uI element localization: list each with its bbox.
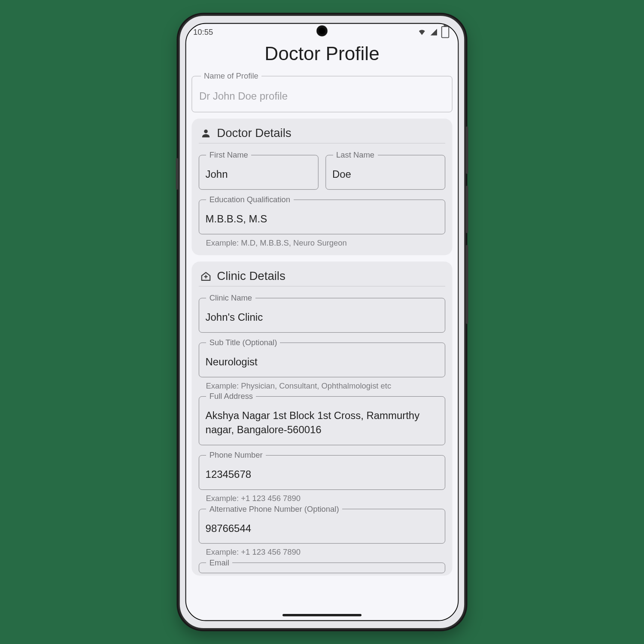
sub-title-field[interactable]: Sub Title (Optional) Neurologist	[199, 338, 445, 377]
sub-title-hint: Example: Physician, Consultant, Ophthalm…	[206, 381, 444, 390]
volume-up-button	[466, 127, 468, 174]
doctor-details-card: Doctor Details First Name John Last Name…	[191, 118, 452, 255]
clinic-icon	[200, 271, 212, 282]
front-camera	[317, 26, 327, 36]
cellular-icon	[429, 28, 438, 36]
status-time: 10:55	[193, 27, 213, 36]
phone-frame: 10:55 Doctor Profile Name of Profile Dr …	[178, 14, 466, 629]
clinic-name-label: Clinic Name	[206, 294, 255, 303]
email-label: Email	[206, 558, 232, 567]
qualification-hint: Example: M.D, M.B.B.S, Neuro Surgeon	[206, 238, 444, 247]
clinic-details-title: Clinic Details	[217, 270, 286, 283]
sub-title-value: Neurologist	[206, 355, 439, 369]
address-label: Full Address	[206, 392, 256, 401]
gesture-bar[interactable]	[283, 614, 361, 617]
clinic-details-card: Clinic Details Clinic Name John's Clinic…	[191, 261, 452, 575]
address-value: Akshya Nagar 1st Block 1st Cross, Rammur…	[206, 409, 439, 437]
wifi-icon	[418, 28, 426, 36]
phone-hint: Example: +1 123 456 7890	[206, 494, 444, 503]
page-title: Doctor Profile	[186, 40, 458, 72]
clinic-name-field[interactable]: Clinic Name John's Clinic	[199, 294, 445, 333]
side-key	[176, 158, 179, 190]
power-button	[466, 245, 468, 324]
profile-name-field[interactable]: Name of Profile Dr John Doe profile	[191, 72, 452, 112]
divider	[199, 143, 445, 143]
alt-phone-label: Alternative Phone Number (Optional)	[206, 504, 342, 513]
address-field[interactable]: Full Address Akshya Nagar 1st Block 1st …	[199, 392, 445, 445]
qualification-value: M.B.B.S, M.S	[206, 212, 439, 226]
alt-phone-field[interactable]: Alternative Phone Number (Optional) 9876…	[199, 504, 445, 544]
phone-value: 12345678	[206, 468, 439, 481]
person-icon	[200, 128, 212, 139]
last-name-field[interactable]: Last Name Doe	[325, 151, 445, 190]
first-name-field[interactable]: First Name John	[199, 151, 319, 190]
first-name-value: John	[206, 167, 312, 181]
last-name-label: Last Name	[333, 151, 378, 160]
email-field[interactable]: Email	[199, 558, 445, 573]
phone-label: Phone Number	[206, 451, 265, 460]
clinic-name-value: John's Clinic	[206, 311, 439, 325]
doctor-details-title: Doctor Details	[217, 127, 291, 140]
alt-phone-value: 98766544	[206, 521, 439, 535]
sub-title-label: Sub Title (Optional)	[206, 338, 280, 347]
profile-name-value: Dr John Doe profile	[199, 89, 445, 103]
battery-icon	[441, 26, 449, 38]
last-name-value: Doe	[332, 167, 438, 181]
divider	[199, 286, 445, 287]
phone-field[interactable]: Phone Number 12345678	[199, 451, 445, 490]
volume-down-button	[466, 186, 468, 233]
qualification-label: Education Qualification	[206, 195, 293, 204]
first-name-label: First Name	[206, 151, 251, 160]
status-icons	[418, 26, 450, 38]
svg-point-0	[204, 130, 208, 134]
phone-screen: 10:55 Doctor Profile Name of Profile Dr …	[185, 23, 459, 621]
profile-name-label: Name of Profile	[201, 72, 262, 81]
alt-phone-hint: Example: +1 123 456 7890	[206, 547, 444, 556]
qualification-field[interactable]: Education Qualification M.B.B.S, M.S	[199, 195, 445, 234]
